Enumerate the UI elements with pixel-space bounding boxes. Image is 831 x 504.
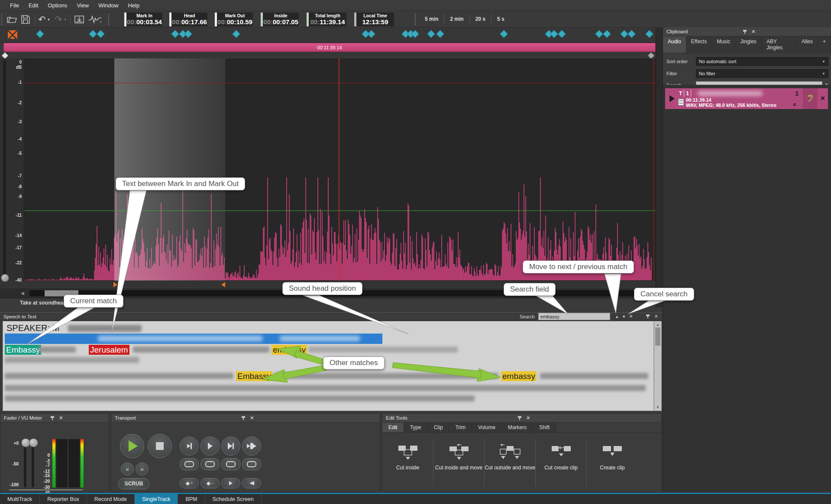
- taskbar-item[interactable]: BPM: [178, 494, 205, 504]
- menu-item[interactable]: Options: [43, 1, 72, 10]
- play-button[interactable]: [120, 434, 144, 458]
- close-icon[interactable]: ✕: [59, 415, 105, 421]
- taskbar-item[interactable]: SingleTrack: [135, 494, 178, 504]
- timeline-marker-diamond-icon[interactable]: [595, 30, 603, 38]
- range-end-diamond-icon[interactable]: [648, 52, 655, 59]
- loop-button-3[interactable]: [221, 458, 240, 470]
- fader-track-right[interactable]: [32, 442, 34, 488]
- timeline-marker-diamond-icon[interactable]: [550, 30, 558, 38]
- other-match-word[interactable]: embassy: [501, 371, 537, 381]
- menu-item[interactable]: View: [72, 1, 94, 10]
- timeline-marker-strip[interactable]: [0, 28, 656, 43]
- clipboard-tab[interactable]: ABY Jingles: [762, 36, 797, 53]
- taskbar-item[interactable]: Schedule Screen: [205, 494, 262, 504]
- range-start-diamond-icon[interactable]: [2, 52, 9, 59]
- fader-track-left[interactable]: [24, 442, 26, 488]
- clipboard-tab[interactable]: Jingles: [736, 36, 762, 53]
- edit-tools-tab[interactable]: Volume: [472, 423, 502, 432]
- scrub-button[interactable]: SCRUB: [118, 478, 149, 489]
- speech-search-input[interactable]: [538, 313, 610, 320]
- waveform[interactable]: [0, 58, 656, 281]
- forward-button[interactable]: »: [136, 462, 149, 475]
- menu-item[interactable]: Help: [123, 1, 144, 10]
- toolbar-grip[interactable]: [1, 14, 3, 25]
- waveform-area[interactable]: [0, 58, 656, 281]
- mark-out-triangle-icon[interactable]: [221, 282, 225, 287]
- other-match-word[interactable]: Embassy: [236, 371, 272, 381]
- clipboard-tab[interactable]: Effects: [686, 36, 712, 53]
- menu-item[interactable]: File: [5, 1, 24, 10]
- selection-region[interactable]: [114, 58, 225, 281]
- edit-tools-tab[interactable]: Markers: [502, 423, 533, 432]
- play-from-mark-button[interactable]: [200, 437, 220, 456]
- scroll-up-arrow-icon[interactable]: ▲: [656, 323, 660, 327]
- open-icon[interactable]: [6, 13, 17, 26]
- redo-icon[interactable]: ↷▼: [55, 13, 67, 26]
- other-match-word[interactable]: embassy: [272, 345, 307, 355]
- timeline-marker-diamond-icon[interactable]: [367, 30, 375, 38]
- play-around-button[interactable]: [242, 437, 261, 456]
- edit-tools-tab[interactable]: Edit: [382, 423, 404, 432]
- entry-play-icon[interactable]: [669, 95, 675, 102]
- previous-match-button[interactable]: ▲: [614, 315, 621, 319]
- entry-close-icon[interactable]: ✕: [820, 95, 825, 102]
- timeline-marker-diamond-icon[interactable]: [436, 30, 444, 38]
- edit-tools-tab[interactable]: Shift: [533, 423, 556, 432]
- edit-tools-tab[interactable]: Trim: [449, 423, 472, 432]
- clipboard-entry[interactable]: T 1 1 ✕ 00:11:39.14 WAV, MPEG; 48.0 kHz,…: [665, 88, 828, 109]
- speech-scrollbar[interactable]: ▲ ▼: [654, 321, 662, 411]
- tool-cut-outside-and-move[interactable]: Cut outside and move: [485, 439, 536, 486]
- tool-cut-create-clip[interactable]: Cut create clip: [536, 439, 587, 486]
- taskbar-item[interactable]: Reporter Box: [40, 494, 87, 504]
- close-icon[interactable]: ✕: [526, 415, 658, 421]
- toolbar-grip[interactable]: [108, 14, 110, 25]
- clipboard-tab[interactable]: +: [818, 36, 831, 53]
- timeline-marker-diamond-icon[interactable]: [89, 30, 97, 38]
- timeline-marker-diamond-icon[interactable]: [232, 30, 240, 38]
- rewind-button[interactable]: «: [121, 462, 134, 475]
- taskbar-item[interactable]: MultiTrack: [0, 494, 40, 504]
- cancel-search-button[interactable]: ✕: [627, 314, 634, 319]
- timeline-marker-diamond-icon[interactable]: [645, 30, 653, 38]
- undo-icon[interactable]: ↶▼: [38, 13, 51, 26]
- tool-cut-inside-and-move[interactable]: Cut inside and move: [433, 439, 485, 486]
- loop-button-4[interactable]: [242, 458, 261, 470]
- timeline-marker-diamond-icon[interactable]: [500, 30, 508, 38]
- zoom-preset-button[interactable]: 2 min: [444, 14, 469, 24]
- close-icon[interactable]: ✕: [654, 314, 658, 319]
- fader-knob-right[interactable]: [29, 438, 38, 447]
- audio-signal-icon[interactable]: [88, 13, 101, 26]
- vertical-zoom-knob[interactable]: [1, 274, 9, 282]
- mark-in-triangle-icon[interactable]: [113, 282, 117, 287]
- zoom-preset-button[interactable]: 5 min: [419, 14, 444, 24]
- pin-icon[interactable]: [241, 416, 246, 421]
- tool-cut-inside[interactable]: Cut inside: [382, 439, 433, 486]
- collapse-chevrons-icon[interactable]: «: [792, 103, 799, 106]
- timeline-marker-diamond-icon[interactable]: [184, 30, 192, 38]
- vertical-zoom-slider[interactable]: [3, 61, 6, 279]
- scroll-left-arrow-icon[interactable]: ◀: [21, 291, 24, 295]
- scroll-down-arrow-icon[interactable]: ▼: [656, 405, 660, 409]
- timeline-marker-diamond-icon[interactable]: [36, 30, 44, 38]
- menu-item[interactable]: Edit: [24, 1, 43, 10]
- pin-icon[interactable]: [743, 29, 747, 34]
- timeline-marker-diamond-icon[interactable]: [558, 30, 566, 38]
- add-marker-button[interactable]: ◆+: [180, 478, 199, 488]
- filter-dropdown[interactable]: No filter ▼: [696, 69, 828, 78]
- current-sentence-row[interactable]: [5, 334, 382, 344]
- save-icon[interactable]: [21, 13, 30, 26]
- clipboard-tab[interactable]: Audio: [663, 36, 686, 53]
- timeline-marker-diamond-icon[interactable]: [427, 30, 435, 38]
- toolbar-grip[interactable]: [415, 14, 417, 25]
- next-marker-button[interactable]: [221, 478, 240, 488]
- clipboard-tab[interactable]: Music: [712, 36, 735, 53]
- play-to-mark-button[interactable]: [180, 437, 199, 456]
- import-audio-icon[interactable]: [74, 13, 85, 26]
- pin-icon[interactable]: [646, 314, 650, 319]
- loop-button-2[interactable]: [200, 458, 220, 470]
- edit-tools-tab[interactable]: Type: [404, 423, 428, 432]
- stop-button[interactable]: [148, 434, 172, 458]
- play-between-marks-button[interactable]: [221, 437, 240, 456]
- vertical-scrollbar[interactable]: [656, 28, 663, 307]
- prelisten-cell[interactable]: [803, 88, 818, 109]
